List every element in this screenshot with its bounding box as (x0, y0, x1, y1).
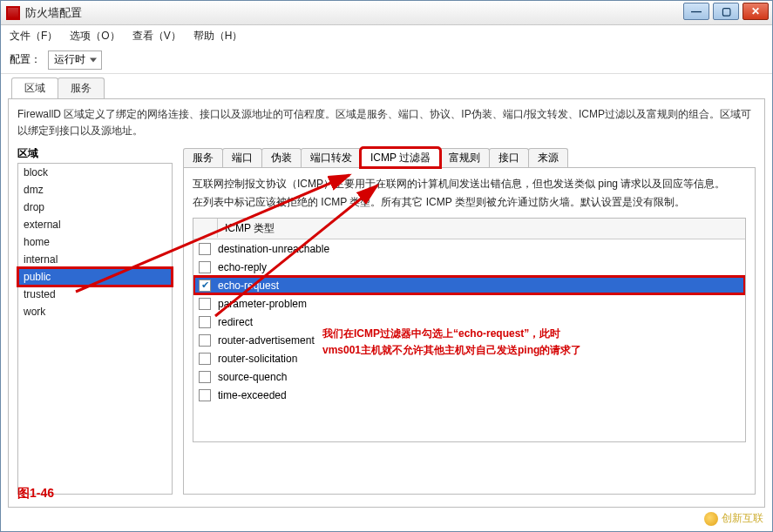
icmp-label-source-quench: source-quench (218, 371, 287, 383)
zone-item-drop[interactable]: drop (18, 199, 172, 216)
zone-item-dmz[interactable]: dmz (18, 181, 172, 199)
firewall-icon (6, 6, 20, 20)
icmp-desc-1: 互联网控制报文协议（ICMP）主要用于在联网的计算机间发送出错信息，但也发送类似… (193, 175, 746, 192)
menu-file[interactable]: 文件（F） (10, 29, 58, 44)
subtab-ICMP 过滤器[interactable]: ICMP 过滤器 (361, 148, 440, 167)
icmp-desc-2: 在列表中标记应该被拒绝的 ICMP 类型。所有其它 ICMP 类型则被允许通过防… (193, 193, 746, 211)
subtab-伪装[interactable]: 伪装 (261, 148, 302, 167)
zone-item-home[interactable]: home (18, 233, 172, 251)
config-label: 配置： (10, 52, 41, 67)
zone-item-trusted[interactable]: trusted (18, 286, 172, 303)
zone-item-external[interactable]: external (18, 216, 172, 233)
window-title: 防火墙配置 (25, 5, 82, 21)
annotation-line-1: 我们在ICMP过滤器中勾选上“echo-request”，此时 (322, 326, 581, 342)
icmp-checkbox-router-advertisement[interactable] (199, 334, 211, 347)
icmp-label-destination-unreachable: destination-unreachable (218, 243, 329, 255)
watermark-icon (704, 512, 718, 526)
icmp-checkbox-parameter-problem[interactable] (199, 298, 211, 310)
icmp-row-echo-reply[interactable]: echo-reply (193, 258, 745, 276)
config-select-value: 运行时 (54, 52, 85, 67)
icmp-label-router-advertisement: router-advertisement (218, 334, 315, 347)
subtab-端口[interactable]: 端口 (222, 148, 262, 167)
icmp-label-time-exceeded: time-exceeded (218, 389, 287, 401)
icmp-checkbox-echo-reply[interactable] (199, 261, 211, 273)
tab-services[interactable]: 服务 (58, 77, 105, 98)
icmp-row-echo-request[interactable]: ✔echo-request (193, 276, 745, 294)
watermark: 创新互联 (704, 511, 763, 526)
watermark-text: 创新互联 (722, 511, 763, 526)
close-button[interactable]: ✕ (742, 3, 769, 20)
menubar: 文件（F） 选项（O） 查看（V） 帮助（H） (1, 25, 772, 46)
subtab-端口转发[interactable]: 端口转发 (301, 148, 362, 167)
subtab-接口[interactable]: 接口 (489, 148, 529, 167)
icmp-row-time-exceeded[interactable]: time-exceeded (193, 386, 745, 404)
icmp-row-destination-unreachable[interactable]: destination-unreachable (193, 239, 745, 258)
icmp-checkbox-redirect[interactable] (199, 316, 211, 328)
icmp-table-head: ICMP 类型 (193, 219, 745, 239)
subtab-来源[interactable]: 来源 (528, 148, 568, 167)
upper-tabs: 区域 服务 (1, 74, 772, 98)
icmp-label-echo-reply: echo-reply (218, 261, 267, 273)
zone-item-public[interactable]: public (18, 268, 172, 286)
minimize-button[interactable]: — (683, 3, 709, 20)
zones-heading: 区域 (17, 146, 173, 161)
icmp-checkbox-echo-request[interactable]: ✔ (199, 279, 211, 292)
figure-label: 图1-46 (17, 486, 54, 502)
zone-description: FirewallD 区域定义了绑定的网络连接、接口以及源地址的可信程度。区域是服… (17, 106, 756, 139)
zone-item-block[interactable]: block (18, 164, 172, 181)
main-panel: FirewallD 区域定义了绑定的网络连接、接口以及源地址的可信程度。区域是服… (8, 98, 765, 508)
sub-tabs: 服务端口伪装端口转发ICMP 过滤器富规则接口来源 (183, 146, 756, 167)
zone-item-internal[interactable]: internal (18, 251, 172, 268)
titlebar: 防火墙配置 — ▢ ✕ (1, 1, 772, 25)
menu-options[interactable]: 选项（O） (70, 29, 119, 44)
maximize-button[interactable]: ▢ (713, 3, 739, 20)
icmp-label-redirect: redirect (218, 316, 253, 328)
icmp-checkbox-time-exceeded[interactable] (199, 389, 211, 401)
subtab-富规则[interactable]: 富规则 (439, 148, 490, 167)
icmp-label-router-solicitation: router-solicitation (218, 353, 297, 365)
icmp-label-parameter-problem: parameter-problem (218, 298, 307, 310)
zone-list[interactable]: blockdmzdropexternalhomeinternalpublictr… (17, 163, 173, 495)
icmp-label-echo-request: echo-request (218, 279, 279, 292)
icmp-checkbox-destination-unreachable[interactable] (199, 243, 211, 255)
icmp-checkbox-source-quench[interactable] (199, 371, 211, 383)
icmp-col-header: ICMP 类型 (218, 219, 281, 239)
icmp-row-source-quench[interactable]: source-quench (193, 367, 745, 386)
annotation-line-2: vms001主机就不允许其他主机对自己发送ping的请求了 (322, 342, 581, 359)
icmp-row-parameter-problem[interactable]: parameter-problem (193, 294, 745, 313)
annotation-text: 我们在ICMP过滤器中勾选上“echo-request”，此时 vms001主机… (322, 326, 581, 359)
icmp-checkbox-col (193, 219, 218, 238)
tab-zones[interactable]: 区域 (11, 77, 58, 98)
menu-help[interactable]: 帮助（H） (193, 29, 243, 44)
toolbar: 配置： 运行时 (1, 46, 772, 74)
zone-item-work[interactable]: work (18, 303, 172, 320)
config-select[interactable]: 运行时 (48, 51, 102, 70)
icmp-checkbox-router-solicitation[interactable] (199, 353, 211, 365)
subtab-服务[interactable]: 服务 (183, 148, 223, 167)
menu-view[interactable]: 查看（V） (132, 29, 181, 44)
